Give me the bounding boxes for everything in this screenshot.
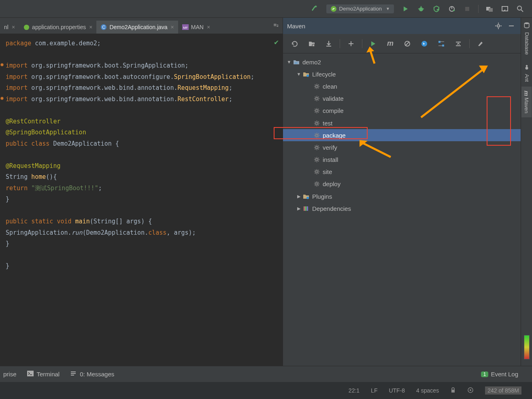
editor-pane: nl × application.properties × C Demo2App… [0, 18, 283, 366]
editor-marker[interactable]: ≡₂ [273, 22, 279, 28]
goal-label: compile [323, 107, 344, 114]
tab-properties[interactable]: application.properties × [19, 21, 96, 34]
svg-line-108 [315, 170, 315, 170]
code-editor[interactable]: ✔ package com.example.demo2; import org.… [0, 34, 283, 366]
goal-label: validate [323, 95, 344, 102]
dependencies-node[interactable]: ▶ Dependencies [283, 202, 521, 214]
svg-point-85 [315, 146, 318, 149]
debug-button[interactable] [415, 3, 427, 15]
chevron-down-icon: ▼ [296, 72, 302, 76]
svg-line-90 [315, 146, 315, 146]
maven-title: Maven [287, 23, 305, 30]
svg-line-55 [318, 100, 318, 100]
lifecycle-goal-compile[interactable]: compile [283, 105, 521, 117]
memory-indicator[interactable]: 242 of 858M [485, 386, 521, 395]
svg-line-66 [318, 109, 318, 109]
goal-label: verify [323, 144, 337, 151]
lifecycle-goal-validate[interactable]: validate [283, 93, 521, 105]
tab-manifest[interactable]: MF MAN × [178, 21, 214, 34]
lifecycle-goal-package[interactable]: package [283, 129, 521, 141]
svg-point-39 [306, 74, 309, 77]
settings-sync-icon[interactable] [499, 3, 511, 15]
svg-point-58 [315, 110, 318, 112]
toggle-offline-icon[interactable] [417, 37, 431, 51]
database-tab[interactable]: Database [522, 18, 532, 59]
tab-java-active[interactable]: C Demo2Application.java × [96, 21, 178, 34]
cursor-position[interactable]: 22:1 [349, 387, 360, 394]
lifecycle-label: Lifecycle [312, 71, 336, 78]
run-button[interactable] [400, 3, 412, 15]
maven-settings-icon[interactable] [474, 37, 487, 51]
svg-line-73 [318, 124, 318, 125]
messages-tab[interactable]: 0: Messages [70, 371, 114, 378]
svg-point-67 [315, 122, 318, 124]
event-log-tab[interactable]: 1 Event Log [481, 371, 518, 378]
toggle-skip-tests-icon[interactable] [400, 37, 414, 51]
maven-project-node[interactable]: ▼ m demo2 [283, 56, 521, 68]
mf-icon: MF [182, 24, 189, 30]
svg-line-75 [318, 121, 318, 121]
ant-tab[interactable]: Ant [522, 59, 532, 86]
maven-tree[interactable]: ▼ m demo2 ▼ Lifecycle cleanvalidatecompi… [283, 53, 521, 366]
generate-sources-icon[interactable] [305, 37, 319, 51]
indent[interactable]: 4 spaces [416, 387, 439, 394]
run-config-label: Demo2Application [339, 6, 382, 12]
minimize-icon[interactable] [506, 21, 517, 31]
prise-tab[interactable]: prise [3, 371, 17, 378]
lifecycle-goal-site[interactable]: site [283, 166, 521, 178]
collapse-all-icon[interactable] [451, 37, 465, 51]
folder-icon [302, 193, 310, 200]
build-icon[interactable] [309, 3, 321, 15]
divider [340, 39, 340, 48]
stop-button[interactable] [461, 3, 473, 15]
inspector-icon[interactable] [467, 387, 474, 395]
line-ending[interactable]: LF [371, 387, 377, 394]
search-everywhere-icon[interactable] [514, 3, 526, 15]
close-icon[interactable]: × [89, 24, 92, 30]
svg-line-110 [315, 173, 315, 174]
maven-tool-window: Maven m ▼ m demo2 [283, 18, 521, 366]
lifecycle-goal-deploy[interactable]: deploy [283, 178, 521, 190]
svg-line-84 [318, 134, 318, 134]
gear-icon [313, 107, 320, 115]
svg-line-119 [315, 185, 315, 186]
java-class-icon: C [100, 24, 107, 30]
lifecycle-goal-test[interactable]: test [283, 117, 521, 129]
lifecycle-goal-install[interactable]: install [283, 154, 521, 166]
reimport-icon[interactable] [288, 37, 302, 51]
close-icon[interactable]: × [207, 24, 210, 30]
svg-point-13 [24, 24, 29, 30]
close-icon[interactable]: × [171, 24, 174, 30]
run-config-dropdown[interactable]: Demo2Application ▼ [326, 4, 394, 13]
gear-icon[interactable] [493, 21, 504, 31]
svg-rect-122 [304, 206, 305, 211]
project-structure-icon[interactable] [483, 3, 496, 15]
execute-goal-icon[interactable]: m [383, 37, 397, 51]
lifecycle-goal-verify[interactable]: verify [283, 141, 521, 153]
lock-icon[interactable] [450, 387, 456, 394]
profile-button[interactable] [446, 3, 458, 15]
tab-label: nl [4, 24, 9, 30]
svg-point-76 [315, 134, 318, 136]
encoding[interactable]: UTF-8 [389, 387, 405, 394]
svg-line-54 [315, 97, 315, 97]
plugins-node[interactable]: ▶ Plugins [283, 190, 521, 202]
coverage-button[interactable] [430, 3, 443, 15]
run-maven-icon[interactable] [366, 37, 380, 51]
download-sources-icon[interactable] [322, 37, 336, 51]
svg-text:MF: MF [183, 26, 188, 30]
maven-tab[interactable]: m Maven [521, 87, 532, 117]
goal-label: test [323, 120, 332, 127]
divider [478, 5, 479, 13]
lifecycle-node[interactable]: ▼ Lifecycle [283, 68, 521, 80]
svg-line-74 [315, 124, 315, 125]
add-icon[interactable] [344, 37, 358, 51]
terminal-tab[interactable]: Terminal [27, 371, 60, 378]
show-dependencies-icon[interactable] [434, 37, 448, 51]
tab-xml[interactable]: nl × [0, 21, 19, 34]
lifecycle-goal-clean[interactable]: clean [283, 80, 521, 92]
close-icon[interactable]: × [12, 24, 15, 30]
goal-label: package [323, 132, 346, 139]
svg-rect-7 [465, 7, 469, 11]
svg-line-46 [318, 88, 318, 88]
